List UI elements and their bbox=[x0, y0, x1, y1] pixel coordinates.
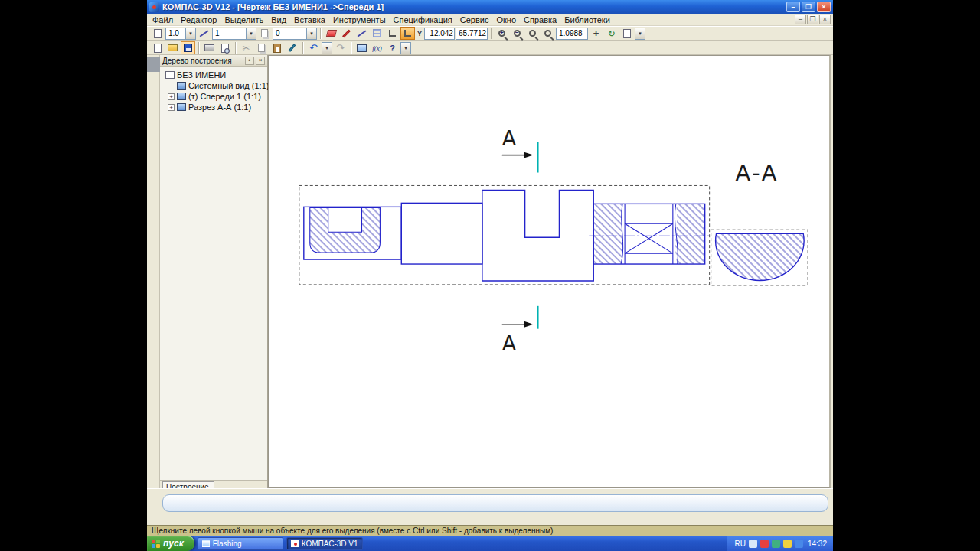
restore-button[interactable]: ❐ bbox=[802, 2, 815, 12]
tree-item-root[interactable]: БЕЗ ИМЕНИ bbox=[160, 70, 267, 80]
tray-icon[interactable] bbox=[783, 540, 792, 548]
separator bbox=[320, 28, 321, 39]
toolbar-options-chevron[interactable] bbox=[635, 28, 645, 40]
pin-icon[interactable]: ▪ bbox=[245, 57, 254, 65]
task-label: КОМПАС-3D V12 - [Ч... bbox=[302, 540, 358, 548]
refresh-view-button[interactable]: ↻ bbox=[604, 27, 619, 40]
tree-header: Дерево построения ▪ × bbox=[160, 55, 267, 67]
construction-tree-panel: Дерево построения ▪ × БЕЗ ИМЕНИ Системны… bbox=[160, 55, 268, 494]
line-style-combo[interactable]: 1.0 bbox=[165, 28, 196, 40]
close-button[interactable]: × bbox=[817, 2, 831, 12]
zoom-out-button[interactable] bbox=[510, 27, 524, 40]
coord-y-field[interactable]: 65.7712 bbox=[456, 28, 488, 40]
language-indicator[interactable]: RU bbox=[735, 540, 746, 548]
layer-combo[interactable]: 1 bbox=[212, 28, 256, 40]
menu-select[interactable]: Выделить bbox=[220, 14, 267, 25]
segment-button[interactable] bbox=[354, 27, 369, 40]
expand-icon[interactable]: + bbox=[168, 93, 175, 100]
show-document-button[interactable] bbox=[354, 41, 369, 54]
save-floppy-icon bbox=[184, 44, 192, 52]
coordinate-axis-icon: Y bbox=[416, 30, 423, 37]
chevron-down-icon[interactable] bbox=[246, 28, 256, 40]
menu-service[interactable]: Сервис bbox=[456, 14, 493, 25]
grid-toggle-button[interactable] bbox=[370, 27, 384, 40]
property-bar-field[interactable] bbox=[162, 494, 828, 512]
tree-item-front-view[interactable]: + (т) Спереди 1 (1:1) bbox=[160, 91, 267, 102]
toolbar-standard: ✂ ↶ ↷ f(x) ? bbox=[147, 41, 833, 55]
zoom-all-button[interactable] bbox=[541, 27, 555, 40]
angle-combo[interactable]: 0 bbox=[273, 28, 317, 40]
tray-icon[interactable] bbox=[760, 540, 769, 548]
zoom-area-button[interactable] bbox=[525, 27, 540, 40]
windows-flag-icon bbox=[152, 540, 160, 548]
eraser-button[interactable] bbox=[324, 27, 338, 40]
window-icon bbox=[202, 540, 210, 547]
save-button[interactable] bbox=[181, 41, 195, 54]
section-arrow-label-bottom: А bbox=[502, 331, 517, 355]
paste-button[interactable] bbox=[270, 41, 284, 54]
print-button[interactable] bbox=[202, 41, 217, 54]
show-page-button[interactable] bbox=[619, 27, 634, 40]
cut-button[interactable]: ✂ bbox=[239, 41, 253, 54]
minimize-button[interactable]: – bbox=[786, 2, 800, 12]
clock: 14:32 bbox=[808, 540, 827, 548]
zoom-window-button[interactable] bbox=[495, 27, 509, 40]
kompas-task-icon bbox=[291, 540, 299, 547]
section-view-shape bbox=[716, 233, 805, 280]
menu-editor[interactable]: Редактор bbox=[177, 14, 220, 25]
scissors-icon: ✂ bbox=[242, 43, 250, 54]
tray-icon[interactable] bbox=[749, 540, 757, 548]
mdi-restore-button[interactable]: ❐ bbox=[807, 15, 818, 24]
redo-button[interactable]: ↷ bbox=[333, 41, 348, 54]
marker-button[interactable] bbox=[339, 27, 354, 40]
drawing-canvas[interactable]: А А А-А bbox=[268, 55, 831, 488]
snap-toggle-button[interactable] bbox=[400, 27, 415, 40]
tray-icon[interactable] bbox=[772, 540, 780, 548]
tree-item-system-view[interactable]: Системный вид (1:1) bbox=[160, 80, 267, 91]
menu-libraries[interactable]: Библиотеки bbox=[560, 14, 614, 25]
taskbar-task-kompas[interactable]: КОМПАС-3D V12 - [Ч... bbox=[286, 537, 363, 550]
close-icon[interactable]: × bbox=[256, 57, 265, 65]
variables-button[interactable]: f(x) bbox=[370, 41, 384, 54]
menu-view[interactable]: Вид bbox=[267, 14, 290, 25]
chevron-down-icon[interactable] bbox=[185, 28, 196, 40]
layers-icon bbox=[261, 29, 268, 37]
tray-icon[interactable] bbox=[795, 540, 803, 548]
mdi-minimize-button[interactable]: – bbox=[795, 15, 806, 24]
mdi-window-controls: – ❐ × bbox=[794, 15, 833, 24]
mdi-close-button[interactable]: × bbox=[819, 15, 831, 24]
start-button[interactable]: пуск bbox=[147, 536, 194, 551]
compact-panel bbox=[147, 55, 160, 494]
taskbar-task-flashing[interactable]: Flashing bbox=[198, 537, 283, 550]
scale-field[interactable]: 1.0988 bbox=[556, 28, 588, 40]
drawing-svg: А А А-А bbox=[269, 56, 829, 487]
menu-help[interactable]: Справка bbox=[520, 14, 560, 25]
menu-insert[interactable]: Вставка bbox=[290, 14, 329, 25]
ortho-button[interactable] bbox=[385, 27, 400, 40]
magnifier-icon bbox=[544, 30, 551, 37]
open-document-button[interactable] bbox=[165, 41, 180, 54]
magnifier-icon bbox=[529, 30, 536, 37]
pan-icon: + bbox=[593, 28, 599, 39]
copy-properties-button[interactable] bbox=[285, 41, 299, 54]
toolbar-options-chevron[interactable] bbox=[400, 42, 411, 54]
expand-icon[interactable]: + bbox=[168, 104, 175, 111]
menu-window[interactable]: Окно bbox=[492, 14, 520, 25]
undo-button[interactable]: ↶ bbox=[306, 41, 321, 54]
menu-tools[interactable]: Инструменты bbox=[329, 14, 390, 25]
pan-button[interactable]: + bbox=[589, 27, 603, 40]
document-settings-button[interactable] bbox=[150, 27, 165, 40]
layers-button[interactable] bbox=[257, 27, 272, 40]
tree-item-section-view[interactable]: + Разрез А-А (1:1) bbox=[160, 102, 267, 112]
print-preview-button[interactable] bbox=[217, 41, 232, 54]
new-document-button[interactable] bbox=[150, 41, 165, 54]
keyway-pocket-hatch bbox=[310, 207, 381, 253]
line-color-button[interactable] bbox=[197, 27, 211, 40]
coord-x-field[interactable]: -12.042 bbox=[424, 28, 455, 40]
undo-history-chevron[interactable] bbox=[322, 42, 332, 54]
menu-specification[interactable]: Спецификация bbox=[390, 14, 456, 25]
chevron-down-icon[interactable] bbox=[306, 28, 317, 40]
whats-this-button[interactable]: ? bbox=[385, 41, 400, 54]
menu-file[interactable]: Файл bbox=[149, 14, 177, 25]
copy-button[interactable] bbox=[254, 41, 269, 54]
